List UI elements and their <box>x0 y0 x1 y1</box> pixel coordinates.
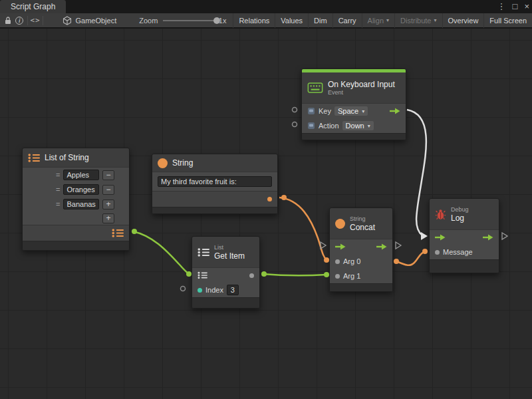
list-item-input-2[interactable] <box>63 199 99 209</box>
node-get-item[interactable]: List Get Item Index <box>192 236 260 309</box>
flow-input-port[interactable] <box>335 243 346 250</box>
list-item-input-1[interactable] <box>63 184 99 195</box>
keycap-icon <box>307 122 315 130</box>
flow-output-port[interactable] <box>376 243 387 250</box>
node-footer <box>152 207 277 213</box>
remove-item-button[interactable]: − <box>102 170 114 180</box>
keyboard-icon <box>307 82 323 93</box>
arg0-input-port[interactable] <box>335 259 340 264</box>
node-footer <box>192 297 259 308</box>
node-footer <box>23 241 129 250</box>
toolbar-separator <box>27 16 28 25</box>
string-value-row <box>152 172 277 191</box>
remove-item-button[interactable]: − <box>102 185 114 195</box>
node-header[interactable]: String <box>152 154 277 172</box>
flow-input-port[interactable] <box>435 234 446 241</box>
lock-icon[interactable] <box>3 13 14 28</box>
drag-handle-icon[interactable]: = <box>56 186 60 194</box>
item-output-port[interactable] <box>249 273 254 278</box>
graph-toolbar: i <> GameObject Zoom 1x Relations Values… <box>0 13 532 28</box>
carry-button[interactable]: Carry <box>332 13 362 28</box>
bug-icon <box>435 209 446 220</box>
node-title: List of String <box>45 153 89 162</box>
list-item-input-0[interactable] <box>63 170 99 180</box>
node-concat[interactable]: String Concat Arg 0 Arg 1 <box>329 207 393 292</box>
index-input[interactable] <box>227 285 239 295</box>
key-dropdown[interactable]: Space ▾ <box>334 106 368 116</box>
remove-item-button[interactable]: + <box>102 200 114 209</box>
dim-button[interactable]: Dim <box>308 13 332 28</box>
node-footer <box>430 259 499 273</box>
flow-output-port[interactable] <box>390 108 400 114</box>
flow-output-port[interactable] <box>483 234 493 241</box>
info-icon[interactable]: i <box>14 13 25 28</box>
arg1-input-port[interactable] <box>335 274 340 279</box>
node-title: On Keyboard Input <box>328 80 395 89</box>
node-header[interactable]: List Get Item <box>192 237 259 267</box>
action-dropdown[interactable]: Down ▾ <box>342 121 374 130</box>
maximize-button[interactable]: □ <box>513 0 518 13</box>
drag-handle-icon[interactable]: = <box>56 171 60 179</box>
add-item-button[interactable]: + <box>102 213 114 223</box>
node-header[interactable]: Debug Log <box>430 199 499 229</box>
unity-cube-icon <box>63 16 72 25</box>
list-icon <box>198 247 209 257</box>
string-output-row <box>152 191 277 207</box>
node-title: String <box>172 158 193 168</box>
node-subtitle: Event <box>328 89 395 96</box>
list-item-row: = − <box>23 168 129 182</box>
distribute-button: Distribute▾ <box>394 13 442 28</box>
node-header[interactable]: String Concat <box>330 208 392 239</box>
node-category: String <box>350 215 375 223</box>
string-icon <box>158 158 168 168</box>
flow-row <box>330 239 392 254</box>
node-on-keyboard-input[interactable]: On Keyboard Input Event Key Space ▾ <box>301 68 406 140</box>
fullscreen-button[interactable]: Full Screen <box>483 13 532 28</box>
values-button[interactable]: Values <box>275 13 308 28</box>
zoom-slider-thumb[interactable] <box>213 17 220 24</box>
window-controls: ⋮ □ × <box>497 0 529 13</box>
action-label: Action <box>319 122 339 130</box>
tab-script-graph[interactable]: Script Graph <box>0 0 66 13</box>
list-input-row <box>192 268 259 283</box>
message-input-port[interactable] <box>435 250 440 255</box>
drag-handle-icon[interactable]: = <box>56 200 60 208</box>
node-header[interactable]: On Keyboard Input Event <box>302 72 406 103</box>
index-input-port[interactable] <box>198 288 202 293</box>
arg1-port-row: Arg 1 <box>330 269 392 283</box>
key-label: Key <box>319 107 331 115</box>
message-label: Message <box>443 248 473 256</box>
toolbar-buttons: Relations Values Dim Carry Align▾ Distri… <box>233 13 532 28</box>
index-label: Index <box>205 286 223 294</box>
chevron-down-icon: ▾ <box>368 123 370 129</box>
list-input-port[interactable] <box>198 271 207 279</box>
code-view-icon[interactable]: <> <box>30 13 41 28</box>
titlebar: Script Graph ⋮ □ × <box>0 0 532 13</box>
zoom-slider[interactable] <box>163 13 214 28</box>
node-category: Debug <box>451 206 469 213</box>
overview-button[interactable]: Overview <box>442 13 484 28</box>
node-header[interactable]: List of String <box>23 148 129 167</box>
tab-title: Script Graph <box>11 2 55 11</box>
window-menu-button[interactable]: ⋮ <box>497 0 506 13</box>
string-value-input[interactable] <box>158 176 272 187</box>
node-list-of-string[interactable]: List of String = − = − = + + <box>22 148 130 251</box>
flow-row <box>430 230 499 245</box>
string-output-port[interactable] <box>267 197 272 201</box>
node-title: Log <box>451 213 469 223</box>
relations-button[interactable]: Relations <box>233 13 275 28</box>
action-port-row: Action Down ▾ <box>302 118 406 133</box>
chevron-down-icon: ▾ <box>386 17 389 23</box>
list-output-row <box>23 225 129 241</box>
gameobject-selector[interactable]: GameObject <box>63 16 116 25</box>
chevron-down-icon: ▾ <box>434 17 437 23</box>
node-debug-log[interactable]: Debug Log Message <box>429 198 499 273</box>
list-icon <box>28 153 40 163</box>
node-category: List <box>214 244 245 251</box>
list-output-port[interactable] <box>112 228 124 238</box>
close-button[interactable]: × <box>524 0 529 13</box>
node-string-literal[interactable]: String <box>152 154 278 214</box>
arg1-label: Arg 1 <box>343 272 360 280</box>
script-graph-window: Script Graph ⋮ □ × i <> GameObject Zoom … <box>0 0 532 399</box>
gameobject-label: GameObject <box>75 17 116 25</box>
